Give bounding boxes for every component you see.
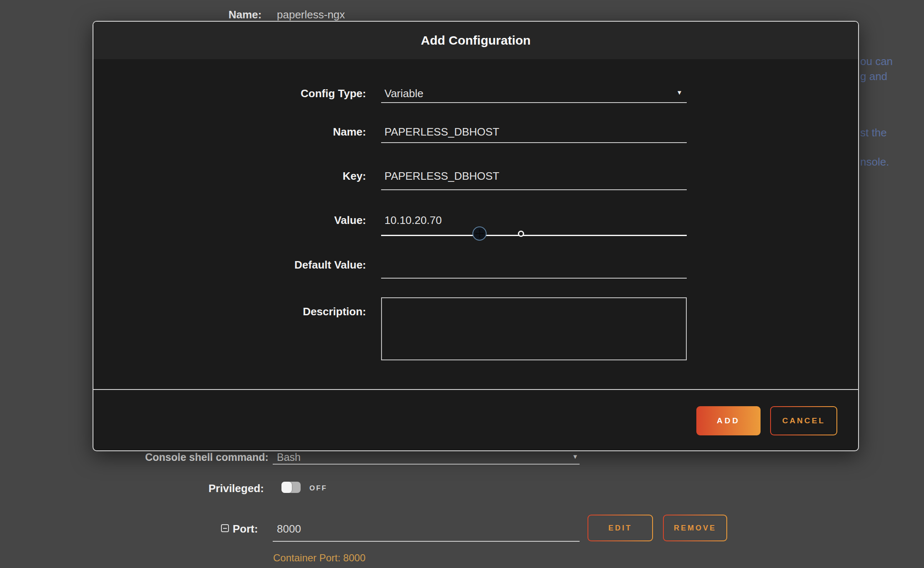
config-type-label: Config Type: <box>301 87 366 100</box>
help-text-fragment: st the <box>860 126 887 139</box>
dialog-title: Add Configuration <box>421 33 530 48</box>
console-shell-command-value[interactable]: Bash <box>277 451 301 463</box>
description-textarea[interactable] <box>381 297 687 360</box>
remove-button[interactable]: REMOVE <box>663 515 727 541</box>
key-input[interactable]: PAPERLESS_DBHOST <box>381 170 687 183</box>
cancel-button-label: CANCEL <box>771 407 836 435</box>
privileged-toggle-state: OFF <box>309 484 327 493</box>
collapse-icon[interactable] <box>221 524 229 532</box>
dialog-header: Add Configuration <box>93 22 858 59</box>
edit-button[interactable]: EDIT <box>588 515 653 541</box>
footer-divider <box>93 389 858 390</box>
value-underline <box>381 235 687 236</box>
privileged-label: Privileged: <box>208 482 264 495</box>
help-text-fragment: g and <box>860 70 887 83</box>
key-underline <box>381 189 687 190</box>
key-label: Key: <box>343 170 366 183</box>
add-button[interactable]: ADD <box>696 406 761 435</box>
config-type-select[interactable]: Variable <box>381 87 687 100</box>
name-underline <box>381 142 687 143</box>
help-text-fragment: ou can <box>860 55 893 68</box>
config-type-underline <box>381 102 687 103</box>
chevron-down-icon[interactable]: ▼ <box>572 453 578 460</box>
default-value-label: Default Value: <box>294 259 366 271</box>
drag-handle-dot-icon[interactable] <box>518 231 524 237</box>
move-cursor-icon <box>472 226 487 241</box>
chevron-down-icon[interactable]: ▼ <box>676 89 683 96</box>
console-shell-command-underline <box>273 464 580 465</box>
default-value-underline <box>381 278 687 279</box>
toggle-knob <box>281 482 292 493</box>
value-label: Value: <box>334 214 366 227</box>
minus-glyph <box>223 528 227 529</box>
name-input[interactable]: PAPERLESS_DBHOST <box>381 126 687 138</box>
value-input[interactable]: 10.10.20.70 <box>381 214 687 227</box>
name-label: Name: <box>333 126 366 138</box>
edit-button-label: EDIT <box>588 515 652 540</box>
description-label: Description: <box>303 305 366 318</box>
cancel-button[interactable]: CANCEL <box>770 406 837 435</box>
container-port-note: Container Port: 8000 <box>273 552 365 564</box>
port-label: Port: <box>233 523 258 535</box>
container-name-value: paperless-ngx <box>277 8 345 21</box>
add-configuration-dialog: Add Configuration Config Type: Variable … <box>93 21 859 451</box>
privileged-toggle[interactable] <box>281 482 301 493</box>
remove-button-label: REMOVE <box>664 515 726 540</box>
console-shell-command-label: Console shell command: <box>145 451 269 463</box>
screen: Name: paperless-ngx ou can g and st the … <box>0 0 924 568</box>
port-value[interactable]: 8000 <box>277 523 301 535</box>
port-underline <box>273 541 580 542</box>
help-text-fragment: nsole. <box>860 156 889 168</box>
container-name-label: Name: <box>228 8 261 21</box>
